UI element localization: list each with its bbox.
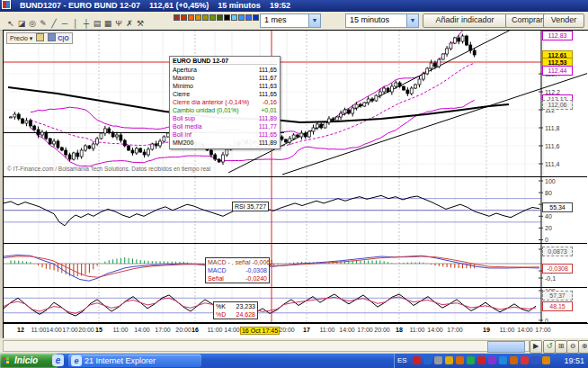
zoom-area-icon[interactable]: ⊞ [555, 340, 567, 354]
color-swatch[interactable] [231, 14, 237, 21]
time-axis-label: 14:00 [339, 327, 355, 333]
chevron-down-icon[interactable]: ▾ [30, 35, 33, 41]
task-button-internet-explorer[interactable]: e 21 Internet Explorer [68, 355, 201, 367]
axis-tick-label: 80 [545, 190, 552, 196]
timeframe-select[interactable]: 15 minutos ▼ [345, 13, 419, 28]
stoch-axis-box: 57,37 [542, 291, 573, 301]
folder-icon[interactable] [36, 33, 44, 41]
price-axis-box: 112,44 [542, 66, 573, 76]
color-swatch[interactable] [209, 14, 216, 21]
tooltip-value: 111,65 [259, 66, 277, 74]
color-swatch[interactable] [181, 14, 187, 21]
tray-icon[interactable] [423, 356, 432, 364]
macd-chart-canvas[interactable]: 0,1-0,05-0,1 [4, 244, 587, 288]
stoch-d-label: %D [216, 310, 226, 319]
scrollbar-track[interactable] [3, 340, 530, 352]
fibonacci-icon[interactable]: ▤ [92, 17, 102, 30]
scroll-right-button[interactable]: ▶ [530, 340, 542, 354]
delete-icon[interactable]: ✗ [124, 17, 135, 30]
tray-icon[interactable] [510, 356, 518, 364]
macd-axis-box: -0,0308 [542, 264, 573, 274]
hline-icon[interactable]: ─ [59, 17, 70, 30]
time-axis-label: 12 [17, 327, 24, 333]
save-icon[interactable] [48, 33, 56, 41]
magnifier-icon[interactable]: ◎ [27, 17, 38, 30]
pitchfork-icon[interactable]: Ψ [113, 17, 124, 30]
axis-tick-label: 111,6 [545, 143, 560, 149]
tray-icon[interactable] [488, 356, 496, 364]
pointer-icon[interactable]: ↖ [5, 17, 16, 30]
rsi-axis-box: 55,34 [542, 202, 573, 212]
time-axis-label: 11:00 [113, 327, 129, 333]
tooltip-value: -0,16 [263, 98, 277, 106]
price-chart-canvas[interactable]: 112,4112,2112111,8111,6111,4 [4, 31, 587, 177]
quick-launch-ie-icon[interactable]: e [52, 355, 64, 366]
tray-icon[interactable] [467, 356, 475, 364]
axis-tick-label: 0 [545, 237, 548, 243]
time-axis-label: 20:00 [175, 327, 192, 333]
ie-icon: e [71, 355, 82, 366]
time-axis-label: 11:00 [31, 327, 47, 333]
time-axis-label: 11:00 [500, 327, 515, 333]
vline-icon[interactable]: │ [70, 17, 81, 30]
settings-hammer-icon[interactable]: ⚒ [135, 17, 146, 30]
textbox-icon[interactable]: ▦ [102, 17, 113, 30]
copyright-text: © IT-Finance.com / Bolsamania Tech Solut… [7, 166, 210, 172]
ohlc-tooltip: EURO BUND 12-07 Apertura111,65 Máximo111… [169, 56, 281, 149]
time-axis-label: 14:00 [517, 327, 533, 333]
tooltip-label: Máximo [173, 74, 195, 82]
macd-signal-value: -0,0240 [245, 274, 267, 283]
tray-icon[interactable] [499, 356, 507, 364]
scrollbar-thumb[interactable] [487, 341, 525, 353]
color-swatch[interactable] [238, 14, 245, 21]
crosshair-icon[interactable]: ┼ [81, 17, 92, 30]
color-swatch[interactable] [174, 14, 180, 21]
price-panel-header[interactable]: Precio ▾ C|O [6, 32, 73, 44]
chart-mode-buttons[interactable]: C|O [58, 35, 68, 41]
zoom-out-icon[interactable]: ⊖ [566, 340, 579, 354]
time-axis-label: 20:00 [78, 327, 94, 333]
color-swatch[interactable] [202, 14, 209, 21]
macd-axis-box: 0,0873 [542, 247, 573, 256]
tray-icon[interactable] [413, 356, 421, 364]
tray-icon[interactable] [531, 356, 539, 364]
zoom-in-icon[interactable]: ⊕ [578, 340, 588, 354]
rsi-chart-canvas[interactable]: 100806040200 [4, 177, 587, 244]
buy-button[interactable]: Comprar [505, 13, 547, 28]
macd-value-label: MACD - , señal -0,0061 MACD-0,0308 Señal… [205, 257, 270, 283]
tray-icon[interactable] [434, 356, 442, 364]
period-select[interactable]: 1 mes ▼ [260, 13, 321, 28]
axis-tick-label: 100 [545, 178, 556, 184]
color-swatch[interactable] [188, 14, 194, 21]
tray-icon[interactable] [445, 356, 453, 364]
color-swatch[interactable] [245, 14, 252, 21]
windows-logo-icon [3, 357, 10, 364]
axis-tick-label: 111,4 [545, 161, 560, 167]
line-icon[interactable]: ╱ [49, 17, 59, 30]
tray-icon[interactable] [542, 356, 550, 364]
tray-icon[interactable] [521, 356, 529, 364]
crosshair-time-label: 16 Oct 17:45 [240, 327, 280, 335]
macd-signal-label: Señal [208, 274, 224, 283]
tray-icon[interactable] [477, 356, 486, 364]
stochastic-value-label: %K23,233 %D24,628 [213, 301, 258, 319]
tooltip-title: EURO BUND 12-07 [173, 58, 277, 65]
desktop: BUND1207 - EURO BUND 12-07112,61 (+0,45%… [0, 0, 588, 368]
chevron-down-icon[interactable]: ▼ [308, 14, 320, 27]
sell-button[interactable]: Vender [543, 13, 584, 28]
eraser-icon[interactable]: ◪ [16, 17, 27, 30]
stochastic-chart-canvas[interactable]: 1000 [4, 288, 587, 323]
color-swatch[interactable] [217, 14, 223, 21]
tray-icon[interactable] [456, 356, 464, 364]
color-swatch[interactable] [253, 14, 259, 21]
color-swatch[interactable] [195, 14, 201, 21]
time-axis-label: 19 [483, 327, 490, 333]
rsi-value-label: RSI 35,727 [232, 202, 269, 211]
add-indicator-button[interactable]: Añadir indicador [423, 13, 507, 28]
color-swatch[interactable] [224, 14, 230, 21]
reset-zoom-icon[interactable]: ↺ [543, 340, 556, 354]
chevron-down-icon[interactable]: ▼ [406, 14, 418, 27]
language-indicator[interactable]: ES [397, 355, 407, 366]
pencil-icon[interactable]: ✎ [38, 17, 49, 30]
tooltip-value: +0,01 [261, 106, 277, 114]
